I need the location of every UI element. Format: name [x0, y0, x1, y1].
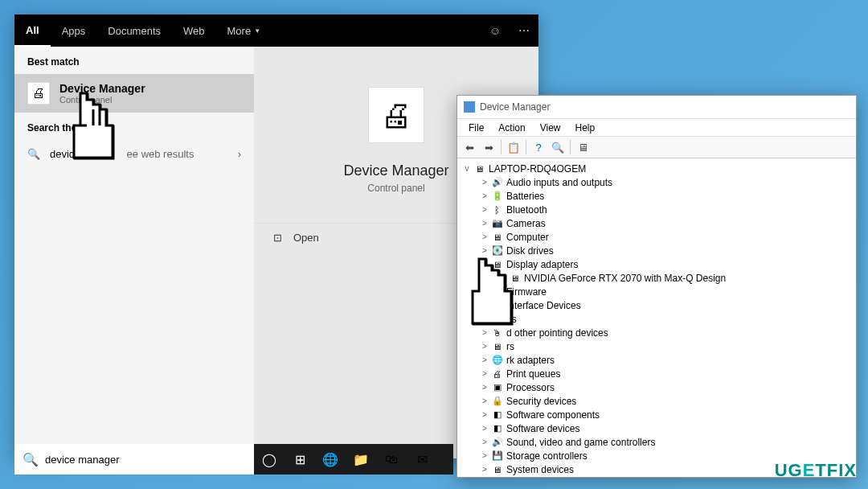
device-category-icon: 🖥: [491, 464, 503, 475]
tab-web[interactable]: Web: [172, 14, 216, 47]
tree-node[interactable]: >🖥rs: [457, 339, 856, 353]
expander-icon[interactable]: >: [480, 424, 489, 433]
expander-icon[interactable]: >: [480, 178, 489, 187]
tree-node[interactable]: >▣Processors: [457, 380, 856, 394]
expander-icon[interactable]: >: [480, 328, 489, 337]
more-icon[interactable]: ⋯: [510, 14, 538, 47]
chevron-right-icon: ›: [238, 148, 241, 160]
device-category-icon: 🖥: [491, 341, 503, 352]
back-button[interactable]: ⬅: [461, 138, 478, 156]
web-result-row[interactable]: 🔍 device ee web results ›: [14, 140, 254, 168]
device-tree[interactable]: v 🖥 LAPTOP-RDQ4OGEM >🔊Audio inputs and o…: [457, 158, 856, 477]
tree-node[interactable]: 🖥NVIDIA GeForce RTX 2070 with Max-Q Desi…: [457, 271, 856, 285]
device-category-icon: 🌐: [491, 355, 503, 366]
expander-icon[interactable]: >: [480, 191, 489, 200]
expander-icon[interactable]: >: [480, 438, 489, 446]
expander-icon[interactable]: >: [480, 465, 489, 474]
tree-node[interactable]: >🔊Audio inputs and outputs: [457, 175, 856, 189]
mail-icon[interactable]: ✉: [407, 444, 437, 475]
expander-icon[interactable]: >: [480, 232, 489, 241]
help-button[interactable]: ?: [530, 138, 547, 156]
tree-node[interactable]: >◧Software components: [457, 408, 856, 421]
store-icon[interactable]: 🛍: [376, 444, 407, 475]
properties-button[interactable]: 📋: [505, 138, 522, 156]
menu-help[interactable]: Help: [569, 121, 602, 135]
tree-node-label: Software components: [506, 409, 600, 421]
tree-node[interactable]: >⚙Firmware: [457, 285, 856, 298]
tree-node[interactable]: >🖱d other pointing devices: [457, 326, 856, 339]
tree-node[interactable]: >🔊Sound, video and game controllers: [457, 435, 856, 449]
expander-icon[interactable]: >: [480, 301, 489, 310]
tab-apps[interactable]: Apps: [51, 14, 97, 47]
menu-view[interactable]: View: [534, 121, 567, 135]
tree-node-label: Batteries: [506, 191, 544, 202]
taskview-icon[interactable]: ⊞: [285, 444, 315, 475]
tree-node[interactable]: >🔒Security devices: [457, 394, 856, 408]
tab-more[interactable]: More▼: [216, 14, 272, 47]
tree-node-label: Software devices: [506, 423, 579, 434]
edge-icon[interactable]: 🌐: [315, 444, 346, 475]
search-results-column: Best match 🖨 Device Manager Control pane…: [14, 47, 254, 458]
device-category-icon: 📷: [491, 218, 503, 229]
tree-node[interactable]: >⌨ds: [457, 312, 856, 326]
explorer-icon[interactable]: 📁: [346, 444, 376, 475]
web-result-hint: ee web results: [127, 148, 194, 160]
taskbar: 🔍 ◯ ⊞ 🌐 📁 🛍 ✉: [14, 444, 453, 475]
preview-subtitle: Control panel: [367, 183, 424, 194]
search-input[interactable]: [45, 454, 246, 466]
tree-node-label: rs: [506, 341, 514, 352]
device-category-icon: ᛒ: [491, 204, 503, 216]
feedback-icon[interactable]: ☺: [481, 14, 510, 47]
expander-icon[interactable]: >: [480, 314, 489, 323]
expander-icon[interactable]: >: [480, 246, 489, 255]
tree-node-label: Processors: [506, 382, 555, 393]
window-titlebar[interactable]: Device Manager: [457, 96, 856, 118]
expander-icon[interactable]: >: [480, 355, 489, 364]
forward-button[interactable]: ➡: [480, 138, 497, 156]
expander-icon[interactable]: >: [480, 287, 489, 296]
expander-icon[interactable]: >: [480, 342, 489, 351]
tree-node-label: Sound, video and game controllers: [506, 437, 655, 448]
tree-node[interactable]: >🖱Interface Devices: [457, 298, 856, 312]
expander-icon[interactable]: >: [480, 383, 489, 392]
menu-action[interactable]: Action: [492, 121, 531, 135]
expander-icon[interactable]: >: [480, 410, 489, 419]
cortana-icon[interactable]: ◯: [254, 444, 285, 475]
taskbar-search[interactable]: 🔍: [14, 444, 254, 475]
computer-icon: 🖥: [473, 163, 485, 175]
menubar: File Action View Help: [457, 118, 856, 136]
tree-node[interactable]: >◧Software devices: [457, 421, 856, 435]
result-device-manager[interactable]: 🖨 Device Manager Control panel: [14, 74, 254, 113]
tree-node-label: Security devices: [506, 396, 576, 407]
tree-node[interactable]: >🖨Print queues: [457, 367, 856, 380]
result-subtitle: Control panel: [59, 95, 145, 105]
menu-file[interactable]: File: [462, 121, 490, 135]
tree-node-label: rk adapters: [506, 355, 555, 366]
tree-node[interactable]: >🌐rk adapters: [457, 353, 856, 367]
chevron-down-icon: ▼: [254, 27, 260, 35]
tree-node[interactable]: >ᛒBluetooth: [457, 203, 856, 216]
expander-icon[interactable]: v: [480, 260, 489, 269]
tree-node[interactable]: >🔋Batteries: [457, 189, 856, 203]
device-category-icon: 🖥: [491, 259, 503, 270]
tree-root[interactable]: v 🖥 LAPTOP-RDQ4OGEM: [457, 162, 856, 175]
expander-icon[interactable]: >: [480, 397, 489, 405]
toolbar: ⬅ ➡ 📋 ? 🔍 🖥: [457, 136, 856, 158]
tree-node[interactable]: >📷Cameras: [457, 216, 856, 230]
expander-icon[interactable]: >: [480, 219, 489, 228]
tree-node[interactable]: >💽Disk drives: [457, 244, 856, 257]
tree-node-label: Display adapters: [506, 259, 578, 270]
scan-button[interactable]: 🔍: [549, 138, 567, 156]
monitor-button[interactable]: 🖥: [574, 138, 592, 156]
expander-icon[interactable]: >: [480, 451, 489, 460]
expander-icon[interactable]: v: [462, 164, 472, 173]
tab-documents[interactable]: Documents: [96, 14, 172, 47]
tree-node[interactable]: >🖥Computer: [457, 230, 856, 244]
expander-icon[interactable]: >: [480, 205, 489, 214]
device-category-icon: ⚙: [491, 286, 503, 298]
tree-node[interactable]: v🖥Display adapters: [457, 257, 856, 271]
device-category-icon: 🔊: [491, 437, 503, 448]
expander-icon[interactable]: >: [480, 369, 489, 378]
device-category-icon: 🖱: [491, 327, 503, 339]
tab-all[interactable]: All: [14, 14, 51, 47]
